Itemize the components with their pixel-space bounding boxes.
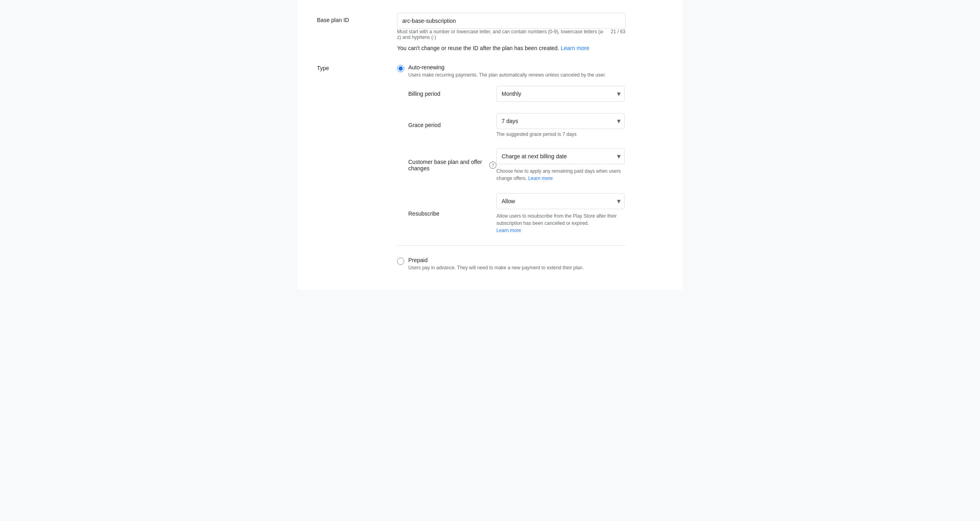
prepaid-option: Prepaid Users pay in advance. They will … (397, 257, 663, 271)
customer-base-plan-select[interactable]: Charge at next billing date Charge immed… (496, 148, 625, 164)
grace-period-label: Grace period (408, 122, 496, 128)
hint-text: Must start with a number or lowercase le… (397, 29, 607, 40)
type-section: Type Auto-renewing Users make recurring … (317, 64, 663, 277)
base-plan-id-label: Base plan ID (317, 13, 397, 23)
grace-period-select-wrapper: 7 days 3 days No grace period ▾ (496, 113, 625, 129)
auto-renewing-desc: Users make recurring payments. The plan … (408, 72, 606, 78)
base-plan-id-content: Must start with a number or lowercase le… (397, 13, 663, 51)
billing-period-block: Billing period Monthly Weekly Every 3 mo… (408, 86, 663, 102)
grace-period-hint: The suggested grace period is 7 days (496, 131, 663, 137)
resubscribe-learn-more[interactable]: Learn more (496, 228, 521, 233)
customer-base-plan-select-wrapper: Charge at next billing date Charge immed… (496, 148, 625, 164)
char-count: 21 / 63 (611, 29, 625, 34)
sub-fields: Billing period Monthly Weekly Every 3 mo… (408, 86, 663, 234)
prepaid-radio[interactable] (397, 258, 404, 265)
customer-base-plan-block: Customer base plan and offer changes ? C… (408, 148, 663, 182)
learn-more-link-id[interactable]: Learn more (561, 45, 589, 51)
auto-renewing-option: Auto-renewing Users make recurring payme… (397, 64, 663, 78)
info-text: You can't change or reuse the ID after t… (397, 45, 663, 51)
grace-period-top: Grace period 7 days 3 days No grace peri… (408, 113, 663, 137)
resubscribe-label: Resubscribe (408, 210, 496, 217)
auto-renewing-label: Auto-renewing (408, 64, 606, 71)
base-plan-id-row: Base plan ID Must start with a number or… (317, 13, 663, 51)
resubscribe-select-wrapper: Allow Don't allow ▾ (496, 193, 625, 209)
grace-period-block: Grace period 7 days 3 days No grace peri… (408, 113, 663, 137)
billing-period-label: Billing period (408, 91, 496, 97)
billing-period-content: Monthly Weekly Every 3 months Every 6 mo… (496, 86, 663, 102)
grace-period-select[interactable]: 7 days 3 days No grace period (496, 113, 625, 129)
billing-period-select[interactable]: Monthly Weekly Every 3 months Every 6 mo… (496, 86, 625, 102)
base-plan-id-input[interactable] (397, 13, 625, 29)
type-content: Auto-renewing Users make recurring payme… (397, 64, 663, 277)
customer-base-plan-top: Customer base plan and offer changes ? C… (408, 148, 663, 182)
customer-base-plan-hint: Choose how to apply any remaining paid d… (496, 168, 625, 182)
customer-base-plan-label: Customer base plan and offer changes (408, 159, 487, 172)
grace-period-content: 7 days 3 days No grace period ▾ The sugg… (496, 113, 663, 137)
resubscribe-content: Allow Don't allow ▾ Allow users to resub… (496, 193, 663, 234)
resubscribe-hint: Allow users to resubscribe from the Play… (496, 212, 625, 234)
prepaid-desc: Users pay in advance. They will need to … (408, 265, 584, 271)
resubscribe-select[interactable]: Allow Don't allow (496, 193, 625, 209)
resubscribe-top: Resubscribe Allow Don't allow ▾ Allow us (408, 193, 663, 234)
billing-period-select-wrapper: Monthly Weekly Every 3 months Every 6 mo… (496, 86, 625, 102)
billing-period-top: Billing period Monthly Weekly Every 3 mo… (408, 86, 663, 102)
type-label: Type (317, 64, 397, 71)
prepaid-info: Prepaid Users pay in advance. They will … (408, 257, 584, 271)
prepaid-label: Prepaid (408, 257, 584, 263)
hint-row: Must start with a number or lowercase le… (397, 29, 625, 40)
customer-base-plan-content: Charge at next billing date Charge immed… (496, 148, 663, 182)
customer-base-plan-learn-more[interactable]: Learn more (528, 176, 553, 181)
question-icon[interactable]: ? (489, 162, 496, 169)
auto-renewing-radio[interactable] (397, 65, 404, 72)
auto-renewing-info: Auto-renewing Users make recurring payme… (408, 64, 606, 78)
customer-base-plan-label-wrap: Customer base plan and offer changes ? (408, 159, 496, 172)
resubscribe-block: Resubscribe Allow Don't allow ▾ Allow us (408, 193, 663, 234)
section-divider (397, 245, 625, 246)
